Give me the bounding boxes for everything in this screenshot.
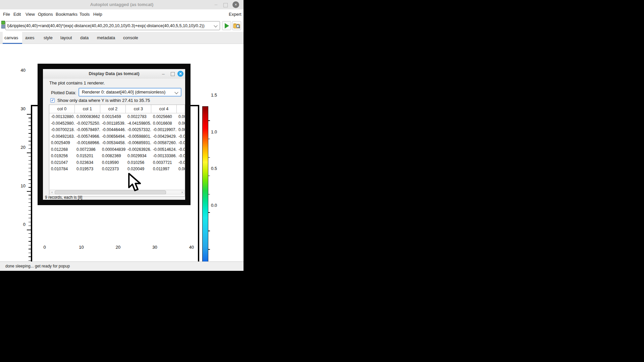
table-row-0[interactable]: -0.00132880...0.0000836620.00154590.0022… — [49, 114, 185, 120]
table-cell[interactable]: -0.00534458... — [100, 140, 126, 146]
tab-metadata[interactable]: metadata — [97, 32, 115, 44]
scroll-left-button[interactable]: ‹ — [50, 190, 54, 194]
table-row-3[interactable]: -0.00492163...-0.00574966...-0.00656494.… — [49, 133, 185, 140]
table-cell[interactable]: -0.00119907... — [151, 127, 177, 133]
table-cell[interactable]: 0.0015459 — [100, 114, 126, 120]
table-cell[interactable]: 0.022373 — [100, 166, 126, 173]
menu-item-view[interactable]: View — [25, 9, 35, 19]
table-cell[interactable]: -0.00598801... — [126, 133, 151, 140]
table-cell[interactable]: 0.019590 — [100, 160, 126, 166]
table-cell[interactable]: 0.000044839 — [100, 146, 126, 153]
table-cell[interactable]: 0.0025409 — [49, 140, 75, 146]
table-header-cell-0[interactable]: col 0 — [49, 105, 75, 113]
table-cell[interactable]: -0.0 — [177, 153, 185, 160]
table-cell[interactable]: -0.00429429... — [151, 133, 177, 140]
table-cell[interactable]: 0.019256 — [49, 153, 75, 160]
table-cell[interactable]: 0.0022783 — [126, 114, 151, 120]
menu-item-help[interactable]: Help — [93, 9, 102, 19]
table-cell[interactable]: -0.00574966... — [75, 133, 100, 140]
table-cell[interactable]: 0.00 — [177, 166, 185, 173]
tab-canvas[interactable]: canvas — [4, 32, 18, 44]
table-cell[interactable]: -0.00257332... — [126, 127, 151, 133]
table-row-4[interactable]: 0.0025409-0.00168966...-0.00534458...-0.… — [49, 140, 185, 146]
table-cell[interactable]: -0.00275250... — [75, 120, 100, 127]
table-cell[interactable]: -4.04159805... — [126, 120, 151, 127]
dialog-maximize-button[interactable] — [171, 72, 175, 76]
table-cell[interactable]: -0.00452980... — [49, 120, 75, 127]
table-row-2[interactable]: -0.00700218...-0.00578497...-0.00446446.… — [49, 127, 185, 133]
filter-checkbox[interactable]: ✓ — [50, 98, 55, 103]
table-cell[interactable]: -0.00446446... — [100, 127, 126, 133]
table-cell[interactable]: 0.019573 — [75, 166, 100, 173]
table-cell[interactable]: -0.00263926... — [126, 146, 151, 153]
window-title-bar[interactable]: Autoplot untagged (as tomcat) – × — [0, 0, 244, 9]
table-cell[interactable]: -0.00587260... — [151, 140, 177, 146]
table-cell[interactable]: 0.0025660 — [151, 114, 177, 120]
menu-item-options[interactable]: Options — [38, 9, 53, 19]
window-minimize-button[interactable]: – — [213, 1, 219, 7]
table-row-8[interactable]: 0.0107840.0195730.0223730.0200490.011997… — [49, 166, 185, 173]
table-cell[interactable]: -0.0 — [177, 146, 185, 153]
dialog-title-bar[interactable]: Display Data (as tomcat) – ✕ — [43, 69, 185, 78]
table-cell[interactable]: 0.011997 — [151, 166, 177, 173]
table-cell[interactable]: -0.00685931... — [126, 140, 151, 146]
colorbar[interactable] — [202, 106, 208, 261]
table-cell[interactable]: 0.0037721 — [151, 160, 177, 166]
data-table[interactable]: col 0col 1col 2col 3col 4 -0.00132880...… — [49, 105, 185, 196]
table-cell[interactable]: 0.00 — [177, 114, 185, 120]
plotted-data-select[interactable]: Renderer 0: dataset[40,40] (dimensionles… — [78, 88, 181, 97]
table-cell[interactable]: -0.00168966... — [75, 140, 100, 146]
go-plot-button[interactable] — [222, 21, 231, 30]
menu-item-edit[interactable]: Edit — [13, 9, 21, 19]
table-cell[interactable]: 0.021047 — [49, 160, 75, 166]
table-cell[interactable]: 0.0029934 — [126, 153, 151, 160]
table-cell[interactable]: -0.0 — [177, 133, 185, 140]
table-cell[interactable]: 0.020049 — [126, 166, 151, 173]
uri-input[interactable] — [7, 22, 211, 29]
table-cell[interactable]: -0.00133386... — [151, 153, 177, 160]
table-cell[interactable]: -0.00514624... — [151, 146, 177, 153]
table-cell[interactable]: 0.010784 — [49, 166, 75, 173]
tab-axes[interactable]: axes — [25, 32, 34, 44]
table-row-5[interactable]: 0.0122680.00723860.000044839-0.00263926.… — [49, 146, 185, 153]
window-close-button[interactable]: × — [232, 1, 239, 8]
table-row-1[interactable]: -0.00452980...-0.00275250...-0.00118539.… — [49, 120, 185, 127]
menu-item-file[interactable]: File — [3, 9, 10, 19]
table-cell[interactable]: 0.0082369 — [100, 153, 126, 160]
tab-data[interactable]: data — [80, 32, 89, 44]
table-header-cell-5[interactable] — [177, 105, 185, 113]
chevron-down-icon[interactable] — [214, 23, 217, 27]
table-header-cell-3[interactable]: col 3 — [126, 105, 151, 113]
scrollbar-thumb[interactable] — [55, 190, 166, 194]
table-header-cell-4[interactable]: col 4 — [151, 105, 177, 113]
horizontal-scrollbar[interactable]: ‹ › — [50, 190, 184, 194]
table-cell[interactable]: 0.000083662 — [75, 114, 100, 120]
tab-layout[interactable]: layout — [60, 32, 72, 44]
menu-item-bookmarks[interactable]: Bookmarks — [56, 9, 77, 19]
table-cell[interactable]: -0.00492163... — [49, 133, 75, 140]
tab-console[interactable]: console — [123, 32, 138, 44]
dialog-minimize-button[interactable]: – — [161, 71, 166, 77]
table-cell[interactable]: 0.015201 — [75, 153, 100, 160]
table-header-cell-2[interactable]: col 2 — [100, 105, 126, 113]
table-cell[interactable]: 0.00 — [177, 120, 185, 127]
tab-style[interactable]: style — [44, 32, 53, 44]
inspect-uri-button[interactable] — [232, 21, 241, 30]
table-cell[interactable]: 0.0016608 — [151, 120, 177, 127]
table-cell[interactable]: -0.00118539... — [100, 120, 126, 127]
scroll-right-button[interactable]: › — [180, 190, 184, 194]
table-row-7[interactable]: 0.0210470.0236340.0195900.0102560.003772… — [49, 160, 185, 166]
table-cell[interactable]: -0.0 — [177, 140, 185, 146]
table-cell[interactable]: 0.010256 — [126, 160, 151, 166]
table-cell[interactable]: -0.0 — [177, 160, 185, 166]
table-cell[interactable]: -0.00656494... — [100, 133, 126, 140]
dialog-close-button[interactable]: ✕ — [177, 71, 183, 77]
menu-item-tools[interactable]: Tools — [79, 9, 90, 19]
table-header-cell-1[interactable]: col 1 — [75, 105, 100, 113]
table-cell[interactable]: 0.0072386 — [75, 146, 100, 153]
table-cell[interactable]: -0.00132880... — [49, 114, 75, 120]
table-row-6[interactable]: 0.0192560.0152010.00823690.0029934-0.001… — [49, 153, 185, 160]
expert-mode-label[interactable]: Expert — [229, 9, 241, 19]
table-cell[interactable]: -0.00578497... — [75, 127, 100, 133]
table-cell[interactable]: 0.00 — [177, 127, 185, 133]
